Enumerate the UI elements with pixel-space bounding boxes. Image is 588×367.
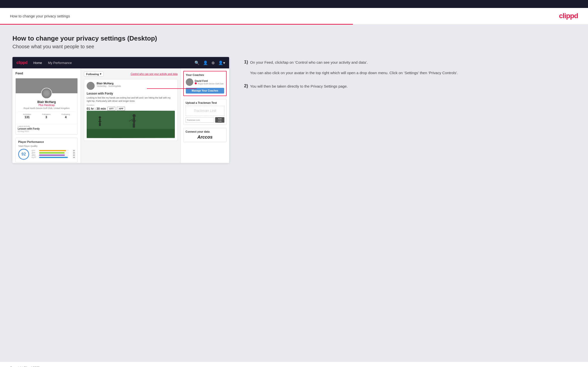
coaches-title: Your Coaches [186, 73, 224, 76]
avatar-image [42, 88, 52, 98]
person-icon[interactable]: 👤 [203, 60, 208, 65]
nav-item-home[interactable]: Home [33, 61, 42, 65]
bar-label-app: APP [32, 152, 38, 154]
post-avatar [87, 82, 95, 90]
following-label: Following [62, 113, 70, 115]
post-description: Looking to feel like my hands are exitin… [87, 96, 175, 103]
following-value: 4 [62, 115, 70, 119]
bar-track-app [39, 152, 69, 154]
feed-header: Following ▾ Control who can see your act… [84, 71, 178, 77]
app-sidebar: Feed Blair McHarg Plus Handicap [12, 68, 81, 163]
bar-value-app: 85 [70, 152, 75, 154]
control-privacy-link[interactable]: Control who can see your activity and da… [131, 73, 178, 75]
step1-number: 1) [244, 59, 248, 65]
duration-time: 01 hr : 30 min [87, 107, 106, 110]
badge-app: APP [117, 107, 125, 111]
svg-rect-1 [87, 129, 175, 138]
add-icon[interactable]: ⊕ [211, 60, 215, 65]
coach-club-name: Royal North Devon Golf Club [198, 83, 223, 85]
stat-followers: Followers 3 [42, 113, 51, 119]
bar-fill-ott [39, 150, 66, 151]
post-header: Blair McHarg Yesterday · Sunningdale [87, 82, 175, 90]
bar-app: APP 85 [32, 152, 75, 154]
post-title: Lesson with Fordy [87, 92, 175, 95]
followers-value: 3 [42, 115, 51, 119]
connect-data-card: Connect your data Arccos [183, 128, 227, 142]
perf-title: Player Performance [18, 140, 75, 143]
chevron-down-icon: ▾ [100, 72, 101, 76]
main-content: How to change your privacy settings (Des… [0, 25, 588, 362]
manage-coaches-button[interactable]: Manage Your Coaches [186, 88, 224, 94]
profile-stats: Activities 131 Followers 3 Following [18, 111, 75, 120]
trackman-input[interactable] [186, 117, 214, 123]
following-button[interactable]: Following ▾ [84, 71, 104, 77]
add-link-button[interactable]: Add Link [215, 117, 224, 123]
followers-label: Followers [42, 113, 51, 115]
profile-club: Royal North Devon Golf Club, United King… [18, 107, 75, 109]
app-mockup: clippd Home My Performance 🔍 👤 ⊕ 👤▾ Feed [12, 57, 229, 163]
bar-value-arg: 86 [70, 154, 75, 156]
svg-point-7 [132, 114, 135, 117]
tpq-label: Total Player Quality [18, 145, 75, 147]
trackman-placeholder: Trackman Link [186, 106, 224, 116]
post-author: Blair McHarg [97, 82, 121, 85]
top-bar [0, 0, 588, 8]
latest-activity-date: 03 Aug 2022 [18, 130, 75, 132]
profile-name: Blair McHarg [18, 100, 75, 104]
profile-banner [16, 78, 77, 93]
coach-avatar [186, 78, 193, 86]
stat-activities: Activities 131 [23, 113, 31, 119]
svg-rect-6 [100, 123, 101, 126]
profile-avatar [41, 88, 52, 99]
app-nav-right: 🔍 👤 ⊕ 👤▾ [195, 60, 225, 65]
svg-rect-11 [134, 123, 135, 128]
duration-label: Duration [87, 104, 175, 106]
step1-extra: You can also click on your avatar in the… [250, 70, 458, 76]
post-author-info: Blair McHarg Yesterday · Sunningdale [97, 82, 121, 87]
stat-following: Following 4 [62, 113, 70, 119]
header-title: How to change your privacy settings [10, 14, 70, 18]
coach-name: David Ford [195, 80, 223, 82]
nav-item-my-performance[interactable]: My Performance [48, 61, 72, 65]
coaches-card: Your Coaches David Ford Royal North Devo… [184, 71, 226, 96]
svg-rect-9 [132, 120, 136, 121]
search-icon[interactable]: 🔍 [195, 60, 199, 65]
golf-image-svg [87, 111, 175, 138]
duration-badges: 01 hr : 30 min OTT APP [87, 107, 175, 111]
page-subheading: Choose what you want people to see [12, 44, 576, 50]
tpq-content: 92 OTT 90 [18, 149, 75, 160]
bar-label-ott: OTT [32, 150, 38, 152]
badge-ott: OTT [107, 107, 115, 111]
clippd-logo: clippd [559, 12, 578, 20]
instruction-step1: 1) On your Feed, click/tap on ‘Control w… [244, 59, 576, 76]
bar-track-arg [39, 155, 69, 156]
app-nav: clippd Home My Performance 🔍 👤 ⊕ 👤▾ [12, 57, 229, 68]
post-duration-area: Duration 01 hr : 30 min OTT APP [87, 104, 175, 111]
post-image [87, 111, 175, 138]
latest-activity-title: Lesson with Fordy [18, 127, 75, 130]
step1-text: On your Feed, click/tap on ‘Control who … [250, 59, 458, 65]
svg-point-2 [99, 116, 101, 118]
latest-activity-label: Latest Activity [18, 125, 75, 127]
bar-value-putt: 96 [70, 157, 75, 158]
bar-fill-app [39, 152, 65, 154]
page-heading: How to change your privacy settings (Des… [12, 35, 576, 42]
app-body: Feed Blair McHarg Plus Handicap [12, 68, 229, 163]
svg-rect-3 [99, 118, 100, 123]
bar-putt: PUTT 96 [32, 157, 75, 158]
step2-text: You will then be taken directly to the P… [250, 83, 348, 89]
avatar-icon[interactable]: 👤▾ [218, 60, 225, 65]
bar-label-putt: PUTT [32, 157, 38, 158]
latest-activity: Latest Activity Lesson with Fordy 03 Aug… [16, 124, 77, 134]
step1-content: On your Feed, click/tap on ‘Control who … [250, 59, 458, 76]
coach-club: Royal North Devon Golf Club [195, 82, 223, 85]
activities-value: 131 [23, 115, 31, 119]
coach-item: David Ford Royal North Devon Golf Club [186, 78, 224, 86]
bar-label-arg: ARG [32, 154, 38, 156]
step2-number: 2) [244, 83, 248, 89]
bar-value-ott: 90 [70, 150, 75, 152]
content-area: clippd Home My Performance 🔍 👤 ⊕ 👤▾ Feed [12, 57, 576, 163]
header: How to change your privacy settings clip… [0, 8, 588, 24]
bar-arg: ARG 86 [32, 154, 75, 156]
bar-track-ott [39, 150, 69, 151]
